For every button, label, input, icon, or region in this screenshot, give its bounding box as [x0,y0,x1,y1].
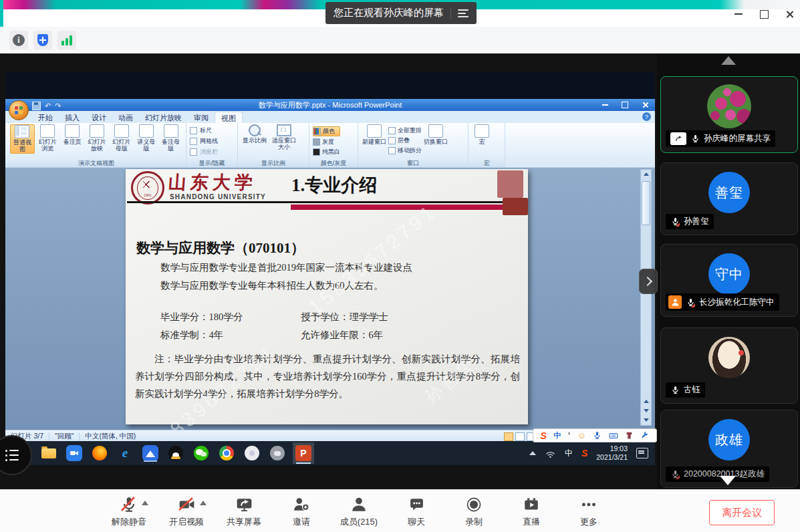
normal-view-button[interactable]: 普通视图 [10,124,35,154]
slideshow-button[interactable]: 幻灯片放映 [86,124,109,152]
tab-home[interactable]: 开始 [32,112,59,123]
action-center-icon[interactable] [636,448,648,458]
sorter-view-icon[interactable] [515,432,525,441]
participant-tile-screen-share[interactable]: 孙庆峰的屏幕共享 [660,76,798,153]
internet-explorer-icon[interactable]: e [116,444,134,462]
chrome-icon[interactable] [218,444,235,462]
sogou-ime-bar[interactable]: S 中 ’ ☺ [533,428,657,442]
video-options-caret[interactable] [200,501,207,505]
video-app-icon[interactable] [65,444,83,462]
participant-tile[interactable]: 古钰 [660,327,798,404]
sogou-logo[interactable]: S [540,430,546,441]
move-split-button[interactable]: 移动拆分 [388,146,422,155]
new-window-button[interactable]: 新建窗口 [362,124,387,145]
meeting-info-button[interactable]: i [9,31,28,49]
tab-design[interactable]: 设计 [86,112,112,123]
unmute-button[interactable]: 解除静音 [100,495,158,528]
grayscale-button[interactable]: 灰度 [313,138,340,146]
ppt-close-button[interactable] [640,100,650,110]
next-slide-button[interactable] [642,406,650,415]
scroll-down-button[interactable] [642,416,650,424]
soft-keyboard-icon[interactable] [609,431,618,440]
quick-access-toolbar[interactable]: ↶ ↷ [32,100,61,112]
ruler-checkbox[interactable]: 标尺 [190,126,218,135]
chat-button[interactable]: 聊天 [388,495,445,528]
arrange-all-button[interactable]: 全部重排 [388,126,422,135]
members-button[interactable]: 成员(215) [330,495,388,528]
input-language-indicator[interactable]: 中 [565,448,573,459]
window-close-button[interactable] [779,7,799,21]
macro-button[interactable]: 宏 [472,124,492,145]
switch-windows-button[interactable]: 切换窗口 [423,124,448,145]
normal-view-icon[interactable] [504,432,513,441]
settings-wrench-icon[interactable] [640,431,649,440]
cascade-button[interactable]: 层叠 [388,136,422,145]
file-explorer-icon[interactable] [40,444,57,462]
skin-icon[interactable] [625,431,634,440]
gridlines-checkbox[interactable]: 网格线 [190,137,218,146]
voice-input-icon[interactable] [593,431,602,440]
window-maximize-button[interactable] [754,7,774,21]
banner-menu-icon[interactable] [458,9,469,17]
fit-to-window-button[interactable]: 适应窗口大小 [269,124,299,151]
zoom-button[interactable]: 显示比例 [241,124,268,144]
help-icon[interactable]: ? [642,112,651,121]
sidebar-collapse-button[interactable] [639,269,658,294]
vertical-scrollbar[interactable] [640,169,652,426]
window-minimize-button[interactable] [728,7,749,21]
tab-review[interactable]: 审阅 [188,112,215,123]
ppt-minimize-button[interactable] [600,100,610,110]
mic-options-caret[interactable] [142,501,148,505]
participant-tile[interactable]: 善玺 孙善玺 [660,162,798,235]
taskbar-clock[interactable]: 19:03 2021/3/21 [596,444,628,462]
save-icon[interactable] [32,102,41,110]
ppt-restore-button[interactable] [620,100,630,110]
ime-mode-chinese[interactable]: 中 [553,430,561,440]
qq-icon[interactable] [167,444,184,462]
color-mode-button[interactable]: 颜色 [313,126,340,136]
scrollbar-thumb[interactable] [642,181,650,225]
redo-icon[interactable]: ↷ [55,100,61,112]
share-screen-button[interactable]: 共享屏幕 [215,495,273,528]
meeting-app-icon[interactable] [142,444,159,462]
meeting-security-button[interactable] [33,31,52,49]
invite-button[interactable]: 邀请 [273,495,330,528]
more-button[interactable]: 更多 [560,495,618,528]
message-bar-checkbox: 消息栏 [190,148,218,156]
notes-page-button[interactable]: 备注页 [61,124,84,145]
flower-app-icon[interactable] [243,444,261,462]
group-label: 演示文稿视图 [7,160,186,167]
tab-slideshow[interactable]: 幻灯片放映 [139,112,188,123]
participants-scroll-up[interactable] [721,56,736,65]
previous-slide-button[interactable] [642,397,650,406]
firefox-icon[interactable] [91,444,108,462]
slide-stat: 授予学位：理学学士 [301,311,388,323]
gray-app-icon[interactable] [269,444,286,462]
emoji-icon[interactable]: ☺ [577,430,585,440]
leave-meeting-button[interactable]: 离开会议 [709,500,775,525]
start-video-button[interactable]: 开启视频 [158,495,215,528]
sogou-tray-icon[interactable]: S [581,448,587,458]
black-white-button[interactable]: 纯黑白 [313,148,340,156]
undo-icon[interactable]: ↶ [45,100,51,112]
wifi-icon[interactable] [545,448,556,459]
network-quality-button[interactable] [57,31,76,49]
participant-tile[interactable]: 守中 长沙振乾化工陈守中 [660,244,798,317]
handout-master-button[interactable]: 讲义母版 [134,124,158,152]
notes-master-button[interactable]: 备注母版 [159,124,182,152]
tab-insert[interactable]: 插入 [59,112,86,123]
scroll-up-button[interactable] [642,170,650,178]
tray-expand-icon[interactable] [529,451,536,455]
tab-animations[interactable]: 动画 [112,112,139,123]
slide-sorter-button[interactable]: 幻灯片浏览 [36,124,59,152]
tab-view[interactable]: 视图 [215,112,243,124]
view-shortcut-buttons[interactable] [504,432,536,441]
record-button[interactable]: 录制 [445,495,503,528]
live-stream-button[interactable]: 直播 [503,495,560,528]
office-button[interactable] [9,100,29,120]
slide-master-button[interactable]: 幻灯片母版 [110,124,133,152]
ime-punctuation[interactable]: ’ [568,431,570,440]
participants-scroll-down[interactable] [720,476,736,485]
powerpoint-taskbar-icon[interactable]: P [293,442,314,464]
wechat-icon[interactable] [192,444,210,462]
